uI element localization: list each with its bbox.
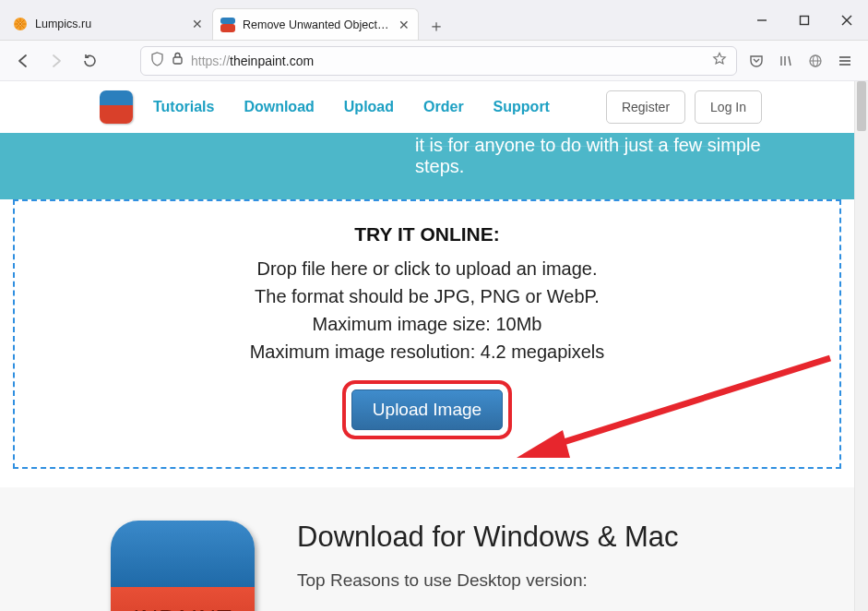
tab-inpaint[interactable]: Remove Unwanted Objects & F ✕ bbox=[212, 8, 419, 40]
globe-icon[interactable] bbox=[802, 47, 829, 75]
scrollbar-thumb[interactable] bbox=[857, 81, 866, 131]
site-logo-icon[interactable] bbox=[100, 90, 133, 124]
dropzone-line: Drop file here or click to upload an ima… bbox=[24, 255, 830, 282]
svg-rect-6 bbox=[220, 18, 235, 24]
browser-toolbar: https://theinpaint.com bbox=[0, 41, 868, 81]
library-icon[interactable] bbox=[772, 47, 800, 75]
browser-tabstrip: Lumpics.ru ✕ Remove Unwanted Objects & F… bbox=[0, 0, 868, 41]
pocket-icon[interactable] bbox=[743, 47, 770, 75]
favicon-orange-icon bbox=[13, 17, 28, 31]
reload-button[interactable] bbox=[76, 47, 103, 75]
svg-line-15 bbox=[789, 56, 791, 66]
nav-upload[interactable]: Upload bbox=[344, 99, 394, 115]
url-bar[interactable]: https://theinpaint.com bbox=[140, 46, 737, 76]
tab-title: Remove Unwanted Objects & F bbox=[243, 18, 389, 31]
tab-title: Lumpics.ru bbox=[35, 18, 183, 30]
download-section: INPAINT Download for Windows & Mac Top R… bbox=[0, 487, 854, 611]
site-header: Tutorials Download Upload Order Support … bbox=[81, 81, 854, 133]
window-close-button[interactable] bbox=[826, 0, 868, 41]
new-tab-button[interactable]: ＋ bbox=[422, 12, 450, 40]
register-button[interactable]: Register bbox=[606, 90, 685, 124]
upload-button-highlight: Upload Image bbox=[342, 380, 512, 439]
hero-line-1: it is for anyone to do with just a few s… bbox=[415, 135, 761, 155]
nav-download[interactable]: Download bbox=[244, 99, 314, 115]
hero-banner-fragment: it is for anyone to do with just a few s… bbox=[0, 133, 854, 199]
logo-text: INPAINT bbox=[111, 605, 255, 611]
svg-rect-7 bbox=[220, 24, 235, 32]
maximize-button[interactable] bbox=[783, 0, 826, 41]
download-heading: Download for Windows & Mac bbox=[297, 521, 755, 554]
dropzone-line: Maximum image size: 10Mb bbox=[24, 310, 830, 338]
upload-dropzone[interactable]: TRY IT ONLINE: Drop file here or click t… bbox=[13, 199, 841, 469]
shield-icon[interactable] bbox=[150, 52, 164, 70]
dropzone-line: The format should be JPG, PNG or WebP. bbox=[24, 282, 830, 310]
upload-image-button[interactable]: Upload Image bbox=[351, 389, 503, 430]
minimize-button[interactable] bbox=[741, 0, 783, 41]
feature-bullet: Higher restoration quality with better i… bbox=[321, 607, 755, 611]
url-text: https://theinpaint.com bbox=[191, 54, 705, 68]
bookmark-star-icon[interactable] bbox=[712, 52, 727, 70]
window-controls bbox=[741, 0, 868, 41]
page-viewport: Tutorials Download Upload Order Support … bbox=[0, 81, 868, 611]
dropzone-line: Maximum image resolution: 4.2 megapixels bbox=[24, 338, 830, 365]
forward-button[interactable] bbox=[42, 47, 70, 75]
back-button[interactable] bbox=[9, 47, 37, 75]
nav-support[interactable]: Support bbox=[493, 99, 550, 115]
close-icon[interactable]: ✕ bbox=[397, 18, 410, 32]
nav-order[interactable]: Order bbox=[423, 99, 464, 115]
favicon-inpaint-icon bbox=[220, 18, 235, 32]
dropzone-heading: TRY IT ONLINE: bbox=[24, 223, 830, 246]
svg-rect-12 bbox=[173, 57, 182, 64]
download-subheading: Top Reasons to use Desktop version: bbox=[297, 570, 755, 591]
login-button[interactable]: Log In bbox=[695, 90, 762, 124]
lock-icon[interactable] bbox=[172, 52, 184, 69]
svg-rect-9 bbox=[801, 17, 809, 25]
close-icon[interactable]: ✕ bbox=[190, 17, 205, 31]
hamburger-menu-icon[interactable] bbox=[831, 47, 859, 75]
inpaint-logo-large-icon: INPAINT bbox=[111, 521, 255, 611]
vertical-scrollbar[interactable] bbox=[854, 81, 868, 611]
nav-tutorials[interactable]: Tutorials bbox=[153, 99, 214, 115]
tab-lumpics[interactable]: Lumpics.ru ✕ bbox=[6, 8, 212, 40]
main-nav: Tutorials Download Upload Order Support bbox=[153, 99, 550, 115]
hero-line-2: steps. bbox=[415, 156, 464, 176]
